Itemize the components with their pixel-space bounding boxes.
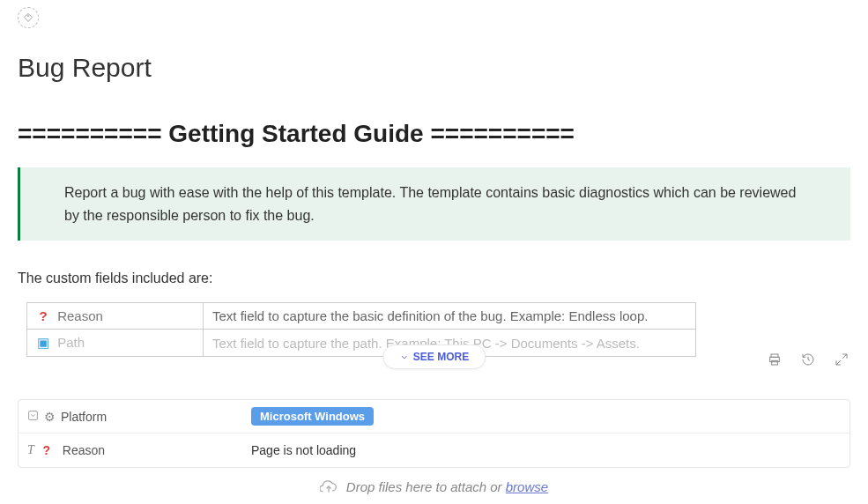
see-more-label: SEE MORE [413,351,469,363]
print-icon [768,352,782,367]
table-row: ? Reason Text field to capture the basic… [27,303,696,330]
history-button[interactable] [801,352,815,367]
svg-rect-3 [772,360,778,365]
svg-rect-6 [29,411,38,419]
svg-line-4 [842,354,847,359]
field-name: Reason [57,308,103,323]
expand-icon [835,352,849,367]
browse-link[interactable]: browse [506,479,548,494]
expand-button[interactable] [835,352,849,367]
custom-fields-intro: The custom fields included are: [18,271,850,286]
reason-value[interactable]: Page is not loading [239,438,849,463]
field-label: Platform [61,410,107,424]
dropdown-type-icon [27,410,39,424]
page-title: Bug Report [18,53,850,83]
question-icon: ? [40,443,54,457]
guide-heading: ========== Getting Started Guide =======… [18,120,850,148]
field-label: Reason [63,443,105,457]
file-drop-text: Drop files here to attach or [346,479,506,494]
cloud-upload-icon [320,478,338,495]
field-name: Path [57,335,85,350]
tag-icon [23,12,33,23]
gear-icon: ⚙ [44,410,56,424]
table-row: ▣ Path Text field to capture the path. E… [27,330,696,357]
print-button[interactable] [768,352,782,367]
tag-circle-button[interactable] [18,7,39,28]
form-row-reason[interactable]: T ? Reason Page is not loading [19,434,849,467]
custom-fields-table: ? Reason Text field to capture the basic… [26,302,696,357]
path-icon: ▣ [36,335,50,351]
text-type-icon: T [27,443,34,457]
question-icon: ? [36,308,50,323]
platform-badge[interactable]: Microsoft Windows [251,407,374,426]
file-drop-area[interactable]: Drop files here to attach or browse [0,478,868,495]
svg-point-0 [27,15,28,16]
chevron-down-icon [399,352,409,362]
form-row-platform[interactable]: ⚙ Platform Microsoft Windows [19,400,849,434]
history-icon [801,352,815,367]
intro-callout: Report a bug with ease with the help of … [18,167,850,241]
svg-line-5 [836,360,841,365]
see-more-button[interactable]: SEE MORE [382,345,486,369]
form-card: ⚙ Platform Microsoft Windows T ? Reason … [18,399,850,468]
field-desc: Text field to capture the basic definiti… [204,303,696,330]
